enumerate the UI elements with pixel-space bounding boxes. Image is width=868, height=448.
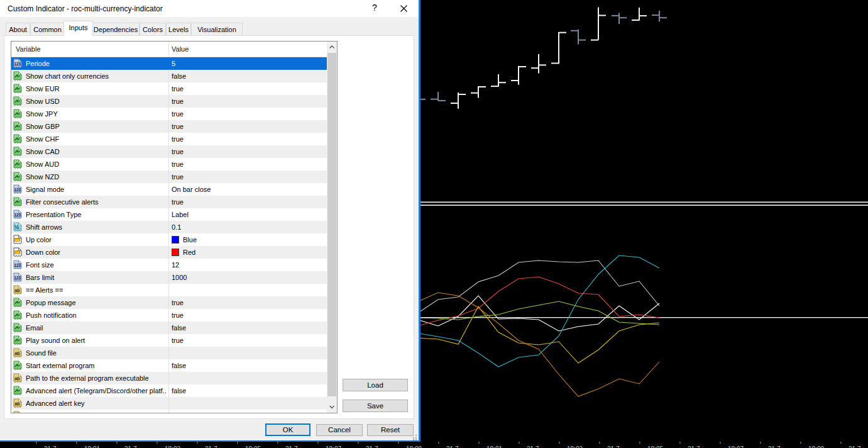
- svg-text:123: 123: [14, 62, 21, 66]
- svg-text:ab: ab: [14, 288, 19, 293]
- svg-text:½: ½: [14, 223, 19, 230]
- svg-text:123: 123: [14, 276, 21, 280]
- svg-text:123: 123: [14, 213, 21, 217]
- svg-text:123: 123: [14, 263, 21, 267]
- svg-text:ab: ab: [14, 401, 19, 406]
- svg-text:123: 123: [14, 188, 21, 192]
- svg-text:ab: ab: [14, 351, 19, 356]
- svg-text:ab: ab: [14, 376, 19, 381]
